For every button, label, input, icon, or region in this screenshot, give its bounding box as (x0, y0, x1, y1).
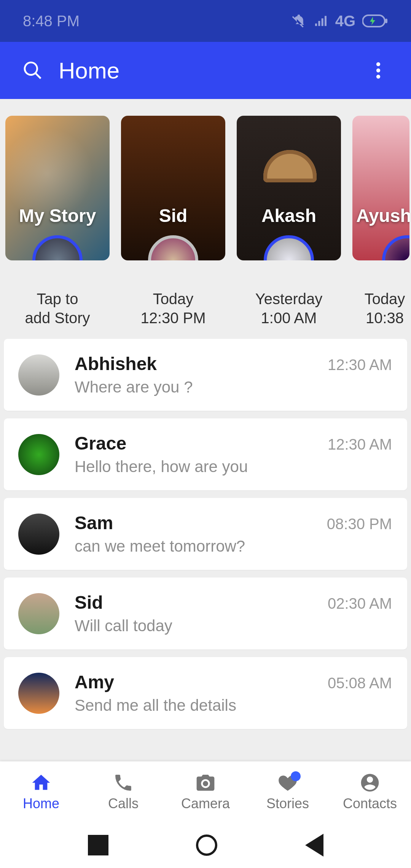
chat-name: Amy (75, 672, 114, 692)
nav-label: Camera (181, 796, 230, 812)
nav-home[interactable]: Home (0, 761, 82, 822)
story-label: Ayush (356, 205, 409, 226)
chat-row[interactable]: Amy 05:08 AM Send me all the details (4, 657, 407, 729)
story-avatar (382, 235, 409, 260)
chat-preview: can we meet tomorrow? (75, 537, 392, 555)
story-avatar (148, 235, 198, 260)
chat-preview: Where are you ? (75, 378, 392, 396)
avatar (18, 354, 59, 396)
story-sid[interactable]: Sid Today 12:30 PM (121, 116, 225, 327)
avatar (18, 593, 59, 634)
svg-point-2 (376, 62, 380, 66)
story-ayush[interactable]: Ayush Today 10:38 (352, 116, 409, 327)
story-my-story[interactable]: My Story Tap to add Story (5, 116, 110, 327)
recent-apps-button[interactable] (88, 835, 108, 855)
more-vert-icon[interactable] (364, 56, 393, 85)
story-image: My Story (5, 116, 110, 260)
status-bar: 8:48 PM 4G (0, 0, 411, 42)
svg-point-3 (376, 69, 380, 72)
avatar (18, 514, 59, 555)
story-image: Ayush (352, 116, 409, 260)
system-nav-bar (0, 822, 411, 868)
story-caption: Today 12:30 PM (140, 289, 206, 327)
chat-preview: Hello there, how are you (75, 458, 392, 476)
chat-time: 02:30 AM (328, 595, 392, 612)
svg-rect-1 (385, 19, 387, 23)
back-button[interactable] (305, 834, 323, 857)
chat-name: Sid (75, 592, 103, 613)
account-circle-icon (359, 772, 381, 793)
nav-label: Calls (108, 796, 139, 812)
chat-name: Grace (75, 433, 126, 454)
home-button[interactable] (196, 834, 217, 856)
nav-calls[interactable]: Calls (82, 761, 164, 822)
story-akash[interactable]: Akash Yesterday 1:00 AM (237, 116, 341, 327)
chat-name: Sam (75, 512, 113, 533)
app-toolbar: Home (0, 42, 411, 99)
story-avatar (264, 235, 314, 260)
status-indicators: 4G (291, 13, 388, 30)
battery-charging-icon (362, 14, 388, 28)
chat-preview: Send me all the details (75, 696, 392, 715)
nav-camera[interactable]: Camera (164, 761, 247, 822)
nav-label: Contacts (343, 796, 397, 812)
phone-icon (113, 772, 134, 793)
nav-label: Home (23, 796, 59, 812)
chat-row[interactable]: Abhishek 12:30 AM Where are you ? (4, 339, 407, 411)
home-icon (30, 772, 52, 793)
stories-strip[interactable]: My Story Tap to add Story Sid Today 12:3… (0, 99, 411, 339)
chat-time: 12:30 AM (328, 356, 392, 373)
avatar (18, 673, 59, 714)
chat-name: Abhishek (75, 353, 157, 374)
avatar (18, 434, 59, 475)
camera-icon (195, 772, 216, 793)
bottom-nav: Home Calls Camera Stories Contacts (0, 761, 411, 822)
story-avatar (32, 235, 83, 260)
network-type: 4G (335, 13, 355, 30)
story-label: Akash (237, 205, 341, 226)
status-clock: 8:48 PM (23, 13, 80, 30)
chat-row[interactable]: Sid 02:30 AM Will call today (4, 578, 407, 649)
story-image: Sid (121, 116, 225, 260)
story-label: Sid (121, 205, 225, 226)
search-icon[interactable] (18, 56, 47, 85)
dnd-bell-off-icon (291, 13, 306, 29)
signal-icon (313, 13, 328, 29)
chat-row[interactable]: Grace 12:30 AM Hello there, how are you (4, 418, 407, 490)
notification-dot-icon (291, 771, 301, 781)
chat-time: 08:30 PM (327, 515, 392, 533)
chat-time: 05:08 AM (328, 675, 392, 692)
story-label: My Story (5, 205, 110, 226)
chat-preview: Will call today (75, 617, 392, 635)
story-caption: Yesterday 1:00 AM (255, 289, 322, 327)
nav-contacts[interactable]: Contacts (329, 761, 411, 822)
nav-stories[interactable]: Stories (247, 761, 329, 822)
chat-list[interactable]: Abhishek 12:30 AM Where are you ? Grace … (0, 339, 411, 729)
page-title: Home (59, 57, 119, 84)
story-caption: Today 10:38 (365, 289, 405, 327)
chat-row[interactable]: Sam 08:30 PM can we meet tomorrow? (4, 498, 407, 570)
svg-point-4 (376, 75, 380, 78)
story-caption: Tap to add Story (25, 289, 90, 327)
nav-label: Stories (266, 796, 309, 812)
chat-time: 12:30 AM (328, 436, 392, 453)
story-image: Akash (237, 116, 341, 260)
